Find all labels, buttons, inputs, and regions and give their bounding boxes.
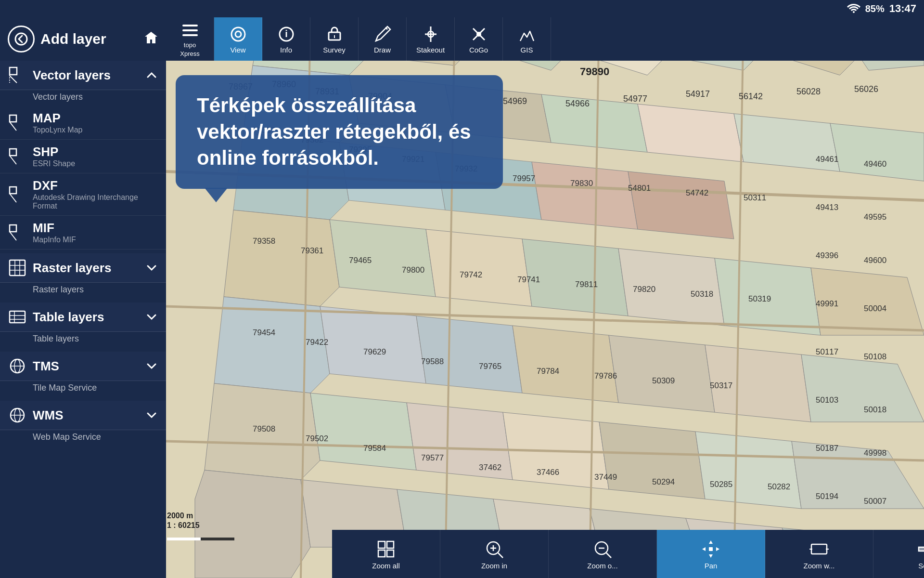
svg-text:79765: 79765	[479, 362, 501, 371]
svg-point-0	[15, 33, 27, 45]
gis-label: GIS	[521, 46, 533, 54]
wms-chevron-icon	[145, 408, 158, 422]
svg-text:54966: 54966	[565, 99, 590, 108]
scale-button[interactable]: Scale	[873, 530, 924, 578]
svg-text:37462: 37462	[479, 463, 501, 472]
layer-map[interactable]: MAP TopoLynx Map	[0, 106, 166, 140]
svg-text:49595: 49595	[864, 212, 886, 222]
svg-text:37466: 37466	[537, 468, 559, 477]
zoom-all-button[interactable]: Zoom all	[332, 530, 440, 578]
layer-shp[interactable]: SHP ESRI Shape	[0, 140, 166, 173]
section-table[interactable]: Table layers	[0, 302, 166, 332]
svg-text:79454: 79454	[253, 328, 275, 337]
svg-text:79811: 79811	[575, 280, 598, 289]
svg-text:54969: 54969	[503, 96, 527, 106]
left-panel: Vector layers Vector layers MAP TopoLynx…	[0, 61, 166, 578]
svg-text:79629: 79629	[363, 347, 386, 356]
zoom-w-button[interactable]: Zoom w...	[765, 530, 873, 578]
view-label: View	[230, 46, 245, 54]
svg-marker-75	[609, 335, 715, 412]
toolbar-topo-xpress[interactable]: topo Xpress	[166, 17, 214, 61]
section-tms[interactable]: TMS	[0, 352, 166, 381]
toolbar-cogo[interactable]: CoGo	[455, 17, 503, 61]
svg-text:79741: 79741	[517, 275, 540, 284]
svg-text:50317: 50317	[710, 381, 732, 390]
svg-rect-18	[10, 67, 17, 75]
toolbar-gis[interactable]: GIS	[503, 17, 551, 61]
zoom-out-button[interactable]: Zoom o...	[549, 530, 657, 578]
svg-rect-23	[10, 149, 16, 156]
svg-marker-66	[426, 229, 532, 306]
section-vector[interactable]: Vector layers	[0, 61, 166, 90]
svg-text:79742: 79742	[460, 270, 482, 279]
status-bar: 85% 13:47	[0, 0, 924, 17]
svg-text:54801: 54801	[628, 184, 651, 193]
svg-rect-3	[182, 34, 198, 36]
svg-text:50294: 50294	[652, 477, 675, 486]
svg-rect-189	[919, 547, 924, 551]
svg-text:79957: 79957	[513, 174, 535, 183]
svg-text:50311: 50311	[744, 193, 766, 202]
svg-text:49460: 49460	[864, 159, 886, 169]
svg-rect-27	[10, 225, 16, 232]
svg-point-4	[231, 27, 245, 41]
home-button[interactable]	[144, 30, 158, 48]
svg-text:50194: 50194	[816, 492, 838, 501]
svg-text:50117: 50117	[816, 347, 838, 356]
svg-text:79577: 79577	[421, 453, 444, 462]
svg-point-5	[235, 31, 241, 37]
svg-text:79890: 79890	[580, 66, 609, 78]
zoom-in-button[interactable]: Zoom in	[440, 530, 549, 578]
svg-line-26	[10, 194, 16, 202]
toolbar-view[interactable]: View	[214, 17, 262, 61]
panel-title: Add layer	[40, 31, 138, 47]
section-raster[interactable]: Raster layers	[0, 253, 166, 283]
svg-text:50187: 50187	[816, 444, 838, 453]
svg-marker-63	[628, 171, 734, 239]
zoom-in-label: Zoom in	[481, 562, 507, 570]
svg-text:79358: 79358	[253, 236, 275, 246]
svg-point-17	[476, 32, 481, 37]
svg-rect-175	[378, 550, 385, 557]
table-subtitle: Table layers	[0, 332, 166, 348]
section-wms[interactable]: WMS	[0, 401, 166, 430]
raster-chevron-icon	[145, 261, 158, 275]
svg-text:37449: 37449	[594, 473, 617, 482]
svg-marker-83	[695, 432, 801, 509]
svg-marker-62	[532, 162, 638, 229]
svg-text:49600: 49600	[864, 256, 886, 265]
layer-dxf-name: DXF	[33, 178, 158, 193]
tooltip-bubble: Térképek összeállítása vektor/raszter ré…	[176, 75, 503, 189]
zoom-all-label: Zoom all	[372, 562, 400, 570]
scale-distance: 2000 m	[167, 512, 200, 520]
stakeout-label: Stakeout	[416, 46, 445, 54]
toolbar-info[interactable]: i Info	[262, 17, 310, 61]
wifi-icon	[847, 2, 860, 15]
toolbar-survey[interactable]: Survey	[310, 17, 359, 61]
svg-marker-74	[513, 326, 618, 403]
back-button[interactable]	[8, 26, 35, 53]
svg-text:56142: 56142	[739, 92, 763, 101]
svg-text:79588: 79588	[421, 357, 444, 366]
wms-section-title: WMS	[33, 408, 139, 423]
svg-rect-174	[387, 541, 394, 548]
toolbar-draw[interactable]: Draw	[359, 17, 407, 61]
svg-rect-93	[167, 538, 201, 540]
svg-text:50007: 50007	[864, 497, 886, 506]
layer-shp-sub: ESRI Shape	[33, 159, 158, 168]
svg-line-180	[498, 553, 503, 558]
pan-button[interactable]: Pan	[657, 530, 765, 578]
info-label: Info	[280, 46, 292, 54]
clock: 13:47	[889, 2, 916, 15]
svg-text:79465: 79465	[349, 256, 372, 265]
layer-mif[interactable]: MIF MapInfo MIF	[0, 216, 166, 250]
svg-text:50018: 50018	[864, 405, 886, 414]
toolbar-stakeout[interactable]: Stakeout	[407, 17, 455, 61]
map-area[interactable]: 80033 80027 79998 79898 55147 54978 5501…	[166, 17, 924, 578]
svg-line-183	[606, 553, 611, 558]
layer-dxf[interactable]: DXF Autodesk Drawing Interchange Format	[0, 173, 166, 216]
svg-rect-34	[10, 311, 25, 323]
battery-status: 85%	[865, 3, 885, 14]
svg-text:79584: 79584	[363, 444, 386, 453]
scale-ratio: 1 : 60215	[167, 521, 200, 529]
